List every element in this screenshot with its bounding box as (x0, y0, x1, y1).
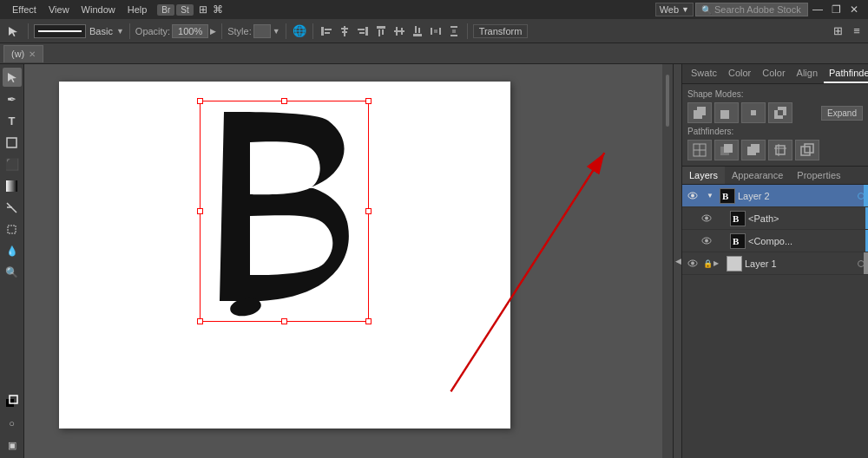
stroke-preview (34, 24, 86, 38)
paint-tool[interactable]: ⬛ (3, 154, 22, 173)
stock-icon[interactable]: St (176, 4, 193, 16)
style-swatch[interactable] (253, 24, 271, 38)
bridge-icon[interactable]: Br (157, 4, 174, 16)
main-layout: ✒ T ⬛ 💧 🔍 ○ ▣ (0, 64, 868, 458)
opacity-dropdown[interactable]: ▶ (210, 27, 216, 36)
maximize-button[interactable]: ❐ (829, 3, 844, 16)
svg-rect-13 (394, 30, 404, 32)
svg-rect-2 (325, 29, 332, 30)
tab-color1[interactable]: Color (723, 64, 756, 83)
distribute-h-icon[interactable] (428, 23, 444, 39)
intersect-button[interactable] (741, 102, 766, 123)
trim-button[interactable] (714, 140, 739, 160)
close-button[interactable]: ✕ (847, 3, 861, 16)
svg-rect-20 (439, 28, 441, 35)
screen-mode[interactable]: ▣ (3, 435, 22, 455)
eye-icon-layer1[interactable] (686, 257, 700, 271)
expand-button[interactable]: Expand (821, 106, 863, 121)
distribute-v-icon[interactable] (446, 23, 462, 39)
svg-rect-27 (6, 180, 17, 192)
tab-pathfinder[interactable]: Pathfinder (824, 64, 868, 83)
shape-modes-label: Shape Modes: (687, 89, 863, 99)
shape-tool[interactable] (3, 133, 22, 152)
globe-icon[interactable]: 🌐 (292, 23, 307, 39)
path-item[interactable]: B <Path> (682, 207, 868, 230)
menu-window[interactable]: Window (76, 3, 121, 16)
tab-name: (w) (11, 49, 24, 59)
zoom-tool[interactable]: 🔍 (3, 263, 22, 282)
crop-button[interactable] (768, 140, 792, 160)
align-top-icon[interactable] (373, 23, 389, 39)
menu-effect[interactable]: Effect (7, 3, 42, 16)
eye-icon-path[interactable] (700, 212, 713, 226)
tab-properties[interactable]: Properties (790, 167, 847, 184)
align-icons (319, 23, 462, 39)
align-bottom-icon[interactable] (410, 23, 425, 39)
type-tool[interactable]: T (3, 111, 22, 130)
fill-stroke[interactable] (3, 392, 22, 411)
svg-rect-46 (778, 110, 783, 115)
transform-tool[interactable] (3, 219, 22, 239)
lock-icon-layer1[interactable]: 🔒 (701, 258, 713, 270)
exclude-button[interactable] (768, 102, 792, 123)
panel-collapse-button[interactable]: ◀ (673, 64, 681, 458)
search-box[interactable]: 🔍 Search Adobe Stock (695, 3, 808, 16)
gradient-tool[interactable] (3, 176, 22, 195)
svg-point-60 (691, 194, 694, 198)
selection-tool[interactable] (3, 68, 22, 87)
tab-bar: (w) ✕ (0, 43, 868, 64)
arrange-icon[interactable]: ⊞ (830, 23, 845, 39)
pen-tool[interactable]: ✒ (3, 89, 22, 108)
divide-button[interactable] (687, 140, 712, 160)
expand-arrow-layer2[interactable]: ▼ (707, 192, 717, 200)
canvas-container[interactable] (24, 64, 673, 458)
align-right-icon[interactable] (355, 23, 371, 39)
layer-1-item[interactable]: 🔒 ▶ Layer 1 (682, 252, 868, 275)
grid-icon[interactable]: ⊞ (195, 3, 211, 16)
tool-selector[interactable] (3, 24, 23, 38)
path-name: <Path> (748, 213, 865, 224)
web-dropdown[interactable]: Web ▼ (655, 3, 694, 16)
tab-swatches[interactable]: Swatc (686, 64, 722, 83)
eyedropper-tool[interactable]: 💧 (3, 241, 22, 260)
svg-rect-57 (801, 147, 810, 155)
eye-icon-compo[interactable] (700, 234, 713, 248)
lines-tool[interactable] (3, 198, 22, 217)
stroke-dropdown-arrow[interactable]: ▼ (116, 27, 124, 36)
compo-item[interactable]: B <Compo... (682, 230, 868, 252)
tab-layers[interactable]: Layers (682, 167, 725, 184)
style-dropdown[interactable]: ▼ (273, 27, 280, 36)
opacity-control: Opacity: ▶ (135, 24, 216, 38)
minimize-button[interactable]: — (810, 3, 825, 16)
svg-text:B: B (733, 236, 740, 246)
scrollbar-thumb[interactable] (666, 75, 669, 127)
expand-arrow-layer1[interactable]: ▶ (713, 259, 724, 267)
menu-help[interactable]: Help (122, 3, 153, 16)
eye-icon-layer2[interactable] (686, 189, 700, 203)
vertical-scrollbar[interactable] (662, 64, 673, 458)
svg-point-66 (705, 239, 708, 243)
extensions-icon[interactable]: ⌘ (213, 3, 223, 16)
tab-align[interactable]: Align (792, 64, 823, 83)
tab-appearance[interactable]: Appearance (725, 167, 790, 184)
align-left-icon[interactable] (319, 23, 334, 39)
unite-button[interactable] (687, 102, 712, 123)
properties-icon[interactable]: ≡ (849, 23, 865, 39)
right-panel: Swatc Color Color Align Pathfinder Shape… (681, 64, 868, 458)
normal-mode[interactable]: ○ (3, 414, 22, 433)
transform-button[interactable]: Transform (473, 24, 529, 38)
layer-2-item[interactable]: ▼ B Layer 2 (682, 185, 868, 207)
opacity-input[interactable] (172, 24, 208, 38)
merge-button[interactable] (741, 140, 766, 160)
minus-front-button[interactable] (714, 102, 739, 123)
svg-rect-7 (365, 27, 368, 36)
svg-rect-26 (7, 138, 16, 147)
tab-color2[interactable]: Color (757, 64, 790, 83)
align-middle-icon[interactable] (391, 23, 407, 39)
svg-rect-14 (396, 27, 398, 36)
tab-close-button[interactable]: ✕ (29, 49, 36, 59)
document-tab[interactable]: (w) ✕ (3, 45, 43, 62)
outline-button[interactable] (795, 140, 819, 160)
menu-view[interactable]: View (43, 3, 75, 16)
align-center-icon[interactable] (337, 23, 352, 39)
